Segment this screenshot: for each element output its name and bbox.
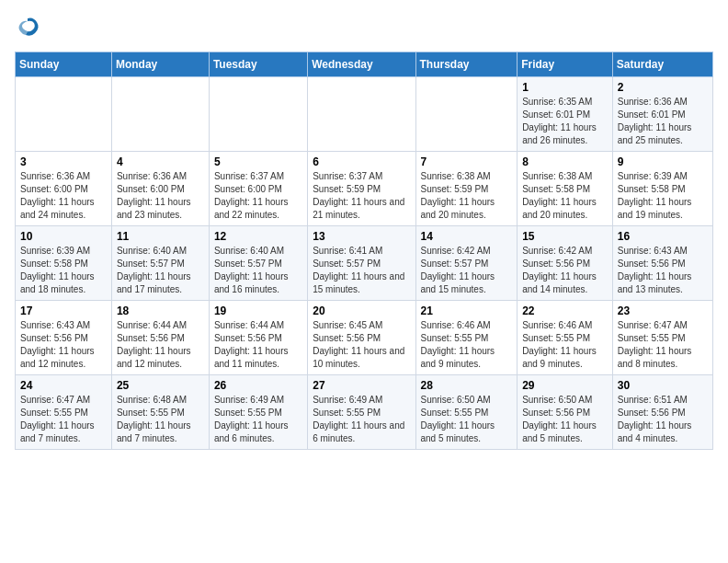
header-monday: Monday [111, 52, 209, 77]
calendar-cell: 9Sunrise: 6:39 AM Sunset: 5:58 PM Daylig… [612, 152, 712, 226]
calendar-cell: 5Sunrise: 6:37 AM Sunset: 6:00 PM Daylig… [209, 152, 307, 226]
day-info: Sunrise: 6:47 AM Sunset: 5:55 PM Dayligh… [618, 319, 708, 371]
calendar-cell [16, 77, 112, 152]
logo-icon [15, 15, 40, 40]
day-number: 18 [117, 304, 204, 317]
day-info: Sunrise: 6:38 AM Sunset: 5:59 PM Dayligh… [421, 170, 513, 222]
calendar-cell: 26Sunrise: 6:49 AM Sunset: 5:55 PM Dayli… [209, 375, 307, 450]
day-info: Sunrise: 6:37 AM Sunset: 5:59 PM Dayligh… [313, 170, 410, 222]
calendar-cell: 10Sunrise: 6:39 AM Sunset: 5:58 PM Dayli… [16, 226, 112, 301]
day-number: 19 [214, 304, 302, 317]
calendar-cell: 17Sunrise: 6:43 AM Sunset: 5:56 PM Dayli… [16, 301, 112, 375]
day-number: 2 [618, 81, 708, 94]
calendar-table: SundayMondayTuesdayWednesdayThursdayFrid… [15, 52, 713, 450]
calendar-cell [209, 77, 307, 152]
day-number: 17 [20, 304, 107, 317]
calendar-week-4: 17Sunrise: 6:43 AM Sunset: 5:56 PM Dayli… [16, 301, 713, 375]
day-info: Sunrise: 6:50 AM Sunset: 5:55 PM Dayligh… [421, 394, 513, 445]
day-info: Sunrise: 6:38 AM Sunset: 5:58 PM Dayligh… [522, 170, 608, 222]
calendar-cell: 2Sunrise: 6:36 AM Sunset: 6:01 PM Daylig… [612, 77, 712, 152]
day-info: Sunrise: 6:42 AM Sunset: 5:57 PM Dayligh… [421, 245, 513, 296]
calendar-cell: 8Sunrise: 6:38 AM Sunset: 5:58 PM Daylig… [518, 152, 613, 226]
calendar-week-5: 24Sunrise: 6:47 AM Sunset: 5:55 PM Dayli… [16, 375, 713, 450]
calendar-cell: 3Sunrise: 6:36 AM Sunset: 6:00 PM Daylig… [16, 152, 112, 226]
calendar-cell [111, 77, 209, 152]
header-thursday: Thursday [415, 52, 518, 77]
calendar-cell: 19Sunrise: 6:44 AM Sunset: 5:56 PM Dayli… [209, 301, 307, 375]
day-number: 29 [522, 379, 608, 392]
calendar-cell [415, 77, 518, 152]
day-number: 24 [20, 379, 107, 392]
day-info: Sunrise: 6:48 AM Sunset: 5:55 PM Dayligh… [117, 394, 204, 445]
calendar-cell: 22Sunrise: 6:46 AM Sunset: 5:55 PM Dayli… [518, 301, 613, 375]
calendar-cell: 1Sunrise: 6:35 AM Sunset: 6:01 PM Daylig… [518, 77, 613, 152]
day-number: 26 [214, 379, 302, 392]
day-info: Sunrise: 6:46 AM Sunset: 5:55 PM Dayligh… [522, 319, 608, 371]
day-number: 27 [313, 379, 410, 392]
calendar-cell: 11Sunrise: 6:40 AM Sunset: 5:57 PM Dayli… [111, 226, 209, 301]
day-info: Sunrise: 6:44 AM Sunset: 5:56 PM Dayligh… [117, 319, 204, 371]
day-number: 4 [117, 155, 204, 168]
day-info: Sunrise: 6:41 AM Sunset: 5:57 PM Dayligh… [313, 245, 410, 296]
calendar-cell: 7Sunrise: 6:38 AM Sunset: 5:59 PM Daylig… [415, 152, 518, 226]
header-wednesday: Wednesday [308, 52, 415, 77]
day-info: Sunrise: 6:39 AM Sunset: 5:58 PM Dayligh… [618, 170, 708, 222]
calendar-cell: 4Sunrise: 6:36 AM Sunset: 6:00 PM Daylig… [111, 152, 209, 226]
day-info: Sunrise: 6:37 AM Sunset: 6:00 PM Dayligh… [214, 170, 302, 222]
page-header [15, 15, 713, 40]
header-saturday: Saturday [612, 52, 712, 77]
calendar-cell: 13Sunrise: 6:41 AM Sunset: 5:57 PM Dayli… [308, 226, 415, 301]
day-info: Sunrise: 6:40 AM Sunset: 5:57 PM Dayligh… [214, 245, 302, 296]
day-number: 1 [522, 81, 608, 94]
calendar-cell: 30Sunrise: 6:51 AM Sunset: 5:56 PM Dayli… [612, 375, 712, 450]
day-number: 14 [421, 230, 513, 243]
day-number: 6 [313, 155, 410, 168]
calendar-cell: 15Sunrise: 6:42 AM Sunset: 5:56 PM Dayli… [518, 226, 613, 301]
day-info: Sunrise: 6:49 AM Sunset: 5:55 PM Dayligh… [214, 394, 302, 445]
day-info: Sunrise: 6:50 AM Sunset: 5:56 PM Dayligh… [522, 394, 608, 445]
day-number: 9 [618, 155, 708, 168]
calendar-week-2: 3Sunrise: 6:36 AM Sunset: 6:00 PM Daylig… [16, 152, 713, 226]
calendar-cell: 12Sunrise: 6:40 AM Sunset: 5:57 PM Dayli… [209, 226, 307, 301]
day-info: Sunrise: 6:39 AM Sunset: 5:58 PM Dayligh… [20, 245, 107, 296]
calendar-cell: 27Sunrise: 6:49 AM Sunset: 5:55 PM Dayli… [308, 375, 415, 450]
calendar-cell: 29Sunrise: 6:50 AM Sunset: 5:56 PM Dayli… [518, 375, 613, 450]
day-info: Sunrise: 6:43 AM Sunset: 5:56 PM Dayligh… [618, 245, 708, 296]
day-info: Sunrise: 6:40 AM Sunset: 5:57 PM Dayligh… [117, 245, 204, 296]
calendar-cell: 25Sunrise: 6:48 AM Sunset: 5:55 PM Dayli… [111, 375, 209, 450]
day-number: 23 [618, 304, 708, 317]
calendar-cell: 20Sunrise: 6:45 AM Sunset: 5:56 PM Dayli… [308, 301, 415, 375]
header-sunday: Sunday [16, 52, 112, 77]
logo [15, 15, 44, 40]
day-info: Sunrise: 6:42 AM Sunset: 5:56 PM Dayligh… [522, 245, 608, 296]
calendar-week-3: 10Sunrise: 6:39 AM Sunset: 5:58 PM Dayli… [16, 226, 713, 301]
calendar-cell [308, 77, 415, 152]
header-friday: Friday [518, 52, 613, 77]
day-info: Sunrise: 6:46 AM Sunset: 5:55 PM Dayligh… [421, 319, 513, 371]
day-number: 12 [214, 230, 302, 243]
header-tuesday: Tuesday [209, 52, 307, 77]
day-number: 8 [522, 155, 608, 168]
day-number: 15 [522, 230, 608, 243]
day-number: 7 [421, 155, 513, 168]
calendar-cell: 18Sunrise: 6:44 AM Sunset: 5:56 PM Dayli… [111, 301, 209, 375]
day-info: Sunrise: 6:35 AM Sunset: 6:01 PM Dayligh… [522, 96, 608, 147]
calendar-header-row: SundayMondayTuesdayWednesdayThursdayFrid… [16, 52, 713, 77]
day-number: 5 [214, 155, 302, 168]
day-info: Sunrise: 6:45 AM Sunset: 5:56 PM Dayligh… [313, 319, 410, 371]
calendar-cell: 24Sunrise: 6:47 AM Sunset: 5:55 PM Dayli… [16, 375, 112, 450]
calendar-cell: 28Sunrise: 6:50 AM Sunset: 5:55 PM Dayli… [415, 375, 518, 450]
day-info: Sunrise: 6:49 AM Sunset: 5:55 PM Dayligh… [313, 394, 410, 445]
day-number: 3 [20, 155, 107, 168]
calendar-cell: 14Sunrise: 6:42 AM Sunset: 5:57 PM Dayli… [415, 226, 518, 301]
day-info: Sunrise: 6:43 AM Sunset: 5:56 PM Dayligh… [20, 319, 107, 371]
calendar-cell: 16Sunrise: 6:43 AM Sunset: 5:56 PM Dayli… [612, 226, 712, 301]
day-number: 22 [522, 304, 608, 317]
calendar-cell: 21Sunrise: 6:46 AM Sunset: 5:55 PM Dayli… [415, 301, 518, 375]
day-info: Sunrise: 6:36 AM Sunset: 6:00 PM Dayligh… [117, 170, 204, 222]
calendar-week-1: 1Sunrise: 6:35 AM Sunset: 6:01 PM Daylig… [16, 77, 713, 152]
calendar-cell: 23Sunrise: 6:47 AM Sunset: 5:55 PM Dayli… [612, 301, 712, 375]
day-number: 21 [421, 304, 513, 317]
day-info: Sunrise: 6:44 AM Sunset: 5:56 PM Dayligh… [214, 319, 302, 371]
day-info: Sunrise: 6:36 AM Sunset: 6:01 PM Dayligh… [618, 96, 708, 147]
